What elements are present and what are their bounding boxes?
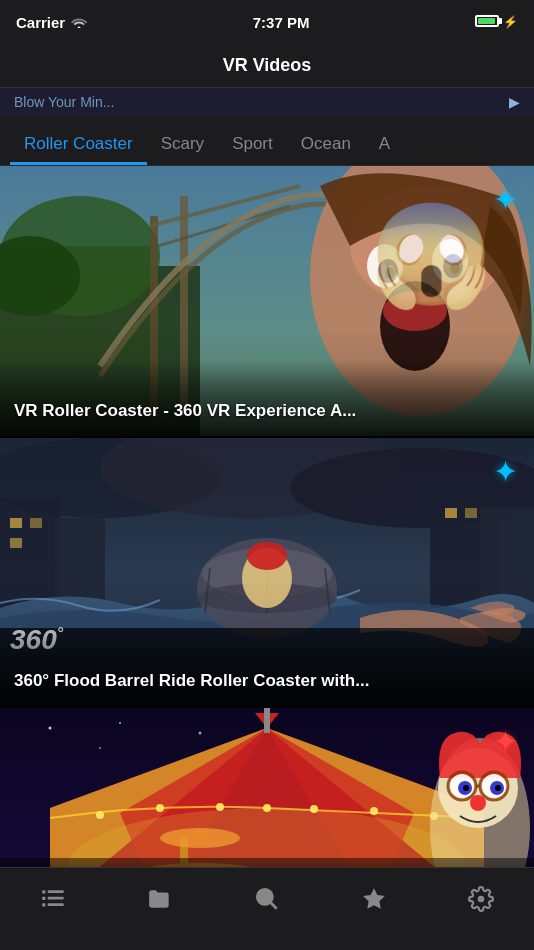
- svg-point-13: [367, 244, 403, 288]
- svg-point-55: [160, 828, 240, 848]
- svg-point-82: [257, 889, 272, 904]
- category-tabs: Roller Coaster Scary Sport Ocean A: [0, 116, 534, 166]
- svg-point-18: [450, 262, 460, 274]
- svg-point-44: [49, 727, 52, 730]
- battery-icon: [475, 15, 499, 30]
- video-info-2: 360° Flood Barrel Ride Roller Coaster wi…: [0, 630, 534, 706]
- svg-rect-76: [43, 890, 46, 893]
- status-bar: Carrier 7:37 PM ⚡: [0, 0, 534, 44]
- svg-point-16: [443, 254, 463, 278]
- svg-point-58: [216, 803, 224, 811]
- svg-rect-30: [10, 538, 22, 548]
- svg-point-59: [263, 804, 271, 812]
- svg-point-60: [310, 805, 318, 813]
- svg-point-70: [495, 785, 501, 791]
- tab-sport[interactable]: Sport: [218, 126, 287, 165]
- tab-scary[interactable]: Scary: [147, 126, 218, 165]
- svg-rect-77: [43, 897, 46, 900]
- svg-point-10: [350, 186, 510, 306]
- svg-point-15: [378, 259, 398, 283]
- page-title: VR Videos: [223, 55, 312, 76]
- star-badge-3: ✦: [493, 724, 518, 759]
- status-time: 7:37 PM: [253, 14, 310, 31]
- featured-text: Blow Your Min...: [14, 94, 114, 110]
- tab-bar: [0, 867, 534, 950]
- video-list: ✦ VR Roller Coaster - 360 VR Experience …: [0, 166, 534, 895]
- video-info-1: VR Roller Coaster - 360 VR Experience A.…: [0, 360, 534, 436]
- video-item-2[interactable]: ✦ 360° 360° Flood Barrel Ride Roller Coa…: [0, 436, 534, 706]
- svg-point-56: [96, 811, 104, 819]
- svg-point-61: [370, 807, 378, 815]
- svg-rect-78: [43, 903, 46, 906]
- featured-header[interactable]: Blow Your Min... ▶: [0, 88, 534, 116]
- svg-point-17: [385, 267, 395, 279]
- video-item-1[interactable]: ✦ VR Roller Coaster - 360 VR Experience …: [0, 166, 534, 436]
- svg-rect-49: [264, 708, 270, 733]
- tab-bar-list[interactable]: [24, 878, 82, 920]
- tab-roller-coaster[interactable]: Roller Coaster: [10, 126, 147, 165]
- settings-icon: [468, 886, 494, 912]
- tab-bar-search[interactable]: [238, 878, 296, 920]
- tab-ocean[interactable]: Ocean: [287, 126, 365, 165]
- star-badge-1: ✦: [493, 182, 518, 217]
- wifi-icon: [71, 14, 87, 31]
- video-title-1: VR Roller Coaster - 360 VR Experience A.…: [14, 401, 356, 420]
- list-icon: [40, 886, 66, 912]
- svg-rect-29: [30, 518, 42, 528]
- svg-point-46: [199, 732, 202, 735]
- svg-point-41: [247, 542, 287, 570]
- nav-header: VR Videos: [0, 44, 534, 88]
- svg-point-57: [156, 804, 164, 812]
- charging-icon: ⚡: [503, 15, 518, 29]
- svg-rect-32: [465, 508, 477, 518]
- svg-point-69: [463, 785, 469, 791]
- tab-more[interactable]: A: [365, 126, 404, 165]
- svg-point-14: [432, 239, 468, 283]
- status-right: ⚡: [475, 15, 518, 30]
- svg-rect-28: [10, 518, 22, 528]
- svg-point-47: [99, 747, 101, 749]
- featured-arrow: ▶: [509, 94, 520, 110]
- svg-rect-79: [48, 890, 64, 893]
- carrier-label: Carrier: [16, 14, 65, 31]
- tab-bar-settings[interactable]: [452, 878, 510, 920]
- svg-point-74: [470, 795, 486, 811]
- video-title-2: 360° Flood Barrel Ride Roller Coaster wi…: [14, 671, 369, 690]
- search-icon: [254, 886, 280, 912]
- star-icon: [361, 886, 387, 912]
- svg-point-45: [119, 722, 121, 724]
- folder-icon: [147, 886, 173, 912]
- svg-rect-80: [48, 897, 64, 900]
- status-left: Carrier: [16, 14, 87, 31]
- svg-line-83: [271, 903, 277, 909]
- tab-bar-favorites[interactable]: [345, 878, 403, 920]
- svg-rect-81: [48, 903, 64, 906]
- star-badge-2: ✦: [493, 454, 518, 489]
- tab-bar-folder[interactable]: [131, 878, 189, 920]
- svg-point-84: [477, 896, 484, 903]
- svg-rect-31: [445, 508, 457, 518]
